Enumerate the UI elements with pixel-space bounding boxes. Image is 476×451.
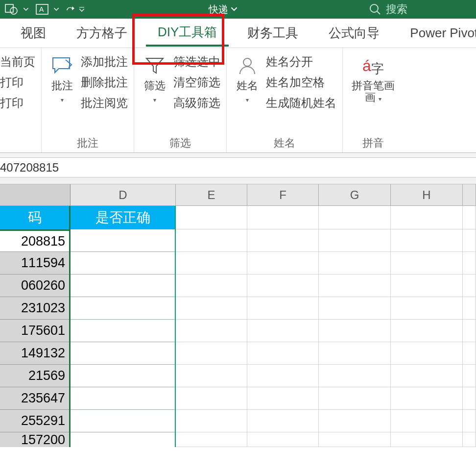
qat-textbox-icon[interactable]: A — [33, 2, 51, 17]
col-header-c[interactable] — [0, 184, 71, 205]
qat-dropdown-2[interactable] — [54, 8, 61, 11]
cell-d2[interactable] — [71, 229, 175, 252]
cell-i4[interactable] — [463, 275, 476, 297]
cell-h8[interactable] — [391, 365, 463, 387]
cell-f8[interactable] — [247, 365, 319, 387]
cell-h10[interactable] — [391, 410, 463, 432]
name-dropdown-button[interactable]: 姓名▾ — [233, 52, 262, 107]
cell-e6[interactable] — [176, 320, 247, 342]
comments-dropdown-button[interactable]: 批注▾ — [48, 52, 77, 107]
cell-e10[interactable] — [176, 410, 247, 432]
advanced-filter[interactable]: 高级筛选 — [173, 95, 220, 111]
cell-e9[interactable] — [176, 387, 247, 410]
cell-c4[interactable]: 060260 — [0, 275, 69, 297]
cell-f2[interactable] — [247, 229, 319, 252]
cell-i10[interactable] — [463, 410, 476, 432]
cell-c7[interactable]: 149132 — [0, 342, 69, 365]
cell-h11[interactable] — [391, 432, 463, 447]
cell-c9[interactable]: 235647 — [0, 387, 69, 410]
cell-f9[interactable] — [247, 387, 319, 410]
cell-f4[interactable] — [247, 275, 319, 297]
cell-h4[interactable] — [391, 275, 463, 297]
qat-redo-icon[interactable] — [64, 2, 76, 17]
cell-d8[interactable] — [71, 365, 175, 387]
formula-bar[interactable]: 407208815 — [0, 158, 476, 177]
cell-d5[interactable] — [71, 297, 175, 320]
add-comment[interactable]: 添加批注 — [81, 54, 128, 70]
cell-f10[interactable] — [247, 410, 319, 432]
tab-power-pivot[interactable]: Power Pivot — [398, 22, 476, 45]
tab-view[interactable]: 视图 — [9, 21, 58, 46]
tab-diy-toolbox[interactable]: DIY工具箱 — [146, 20, 229, 47]
cell-e3[interactable] — [176, 252, 247, 275]
cell-g10[interactable] — [319, 410, 391, 432]
cell-g1[interactable] — [319, 206, 391, 229]
cell-d-header[interactable]: 是否正确 — [71, 206, 175, 229]
cell-g2[interactable] — [319, 229, 391, 252]
cell-e4[interactable] — [176, 275, 247, 297]
cell-e11[interactable] — [176, 432, 247, 447]
cell-f6[interactable] — [247, 320, 319, 342]
col-header-e[interactable]: E — [176, 184, 247, 205]
cell-d6[interactable] — [71, 320, 175, 342]
cell-e1[interactable] — [176, 206, 247, 229]
cell-i9[interactable] — [463, 387, 476, 410]
cell-d11[interactable] — [71, 432, 175, 447]
cell-e7[interactable] — [176, 342, 247, 365]
spreadsheet-grid[interactable]: D E F G H 码 208815 111594 060260 231023 … — [0, 184, 476, 447]
cell-c-header[interactable]: 码 — [0, 206, 69, 229]
cell-f1[interactable] — [247, 206, 319, 229]
filter-selected[interactable]: 筛选选中 — [173, 54, 220, 70]
cell-g6[interactable] — [319, 320, 391, 342]
cell-c2[interactable]: 208815 — [0, 229, 69, 252]
qat-customize-dropdown[interactable] — [79, 7, 86, 12]
cell-f7[interactable] — [247, 342, 319, 365]
cell-g8[interactable] — [319, 365, 391, 387]
cell-h7[interactable] — [391, 342, 463, 365]
cell-c3[interactable]: 111594 — [0, 252, 69, 275]
pinyin-dropdown-button[interactable]: á字 拼音笔画画 ▾ — [349, 52, 398, 107]
tab-ffgz[interactable]: 方方格子 — [65, 21, 139, 46]
cell-g5[interactable] — [319, 297, 391, 320]
cell-g9[interactable] — [319, 387, 391, 410]
cell-i8[interactable] — [463, 365, 476, 387]
cell-h2[interactable] — [391, 229, 463, 252]
name-add-space[interactable]: 姓名加空格 — [266, 75, 336, 90]
cell-g11[interactable] — [319, 432, 391, 447]
col-header-extra[interactable] — [463, 184, 476, 205]
tab-formula-guide[interactable]: 公式向导 — [317, 21, 391, 46]
cell-f11[interactable] — [247, 432, 319, 447]
cell-i1[interactable] — [463, 206, 476, 229]
split-name[interactable]: 姓名分开 — [266, 54, 336, 70]
print-current-page[interactable]: 当前页 — [0, 54, 35, 70]
cell-g7[interactable] — [319, 342, 391, 365]
cell-i2[interactable] — [463, 229, 476, 252]
generate-random-name[interactable]: 生成随机姓名 — [266, 95, 336, 111]
qat-shape-icon[interactable] — [3, 2, 21, 17]
cell-e8[interactable] — [176, 365, 247, 387]
cell-c6[interactable]: 175601 — [0, 320, 69, 342]
cell-f3[interactable] — [247, 252, 319, 275]
qat-dropdown-1[interactable] — [24, 8, 30, 11]
col-header-h[interactable]: H — [391, 184, 463, 205]
cell-g4[interactable] — [319, 275, 391, 297]
cell-h3[interactable] — [391, 252, 463, 275]
chevron-down-icon[interactable] — [231, 7, 237, 11]
cell-e2[interactable] — [176, 229, 247, 252]
cell-d9[interactable] — [71, 387, 175, 410]
cell-d10[interactable] — [71, 410, 175, 432]
view-comments[interactable]: 批注阅览 — [81, 95, 128, 111]
filter-dropdown-button[interactable]: 筛选▾ — [140, 52, 169, 107]
col-header-d[interactable]: D — [71, 184, 176, 205]
cell-c10[interactable]: 255291 — [0, 410, 69, 432]
cell-c11[interactable]: 157200 — [0, 432, 69, 447]
cell-i6[interactable] — [463, 320, 476, 342]
cell-i7[interactable] — [463, 342, 476, 365]
cell-h5[interactable] — [391, 297, 463, 320]
col-header-g[interactable]: G — [319, 184, 391, 205]
clear-filter[interactable]: 清空筛选 — [173, 75, 220, 90]
cell-h1[interactable] — [391, 206, 463, 229]
col-header-f[interactable]: F — [247, 184, 319, 205]
cell-d4[interactable] — [71, 275, 175, 297]
tab-finance[interactable]: 财务工具 — [236, 21, 310, 46]
